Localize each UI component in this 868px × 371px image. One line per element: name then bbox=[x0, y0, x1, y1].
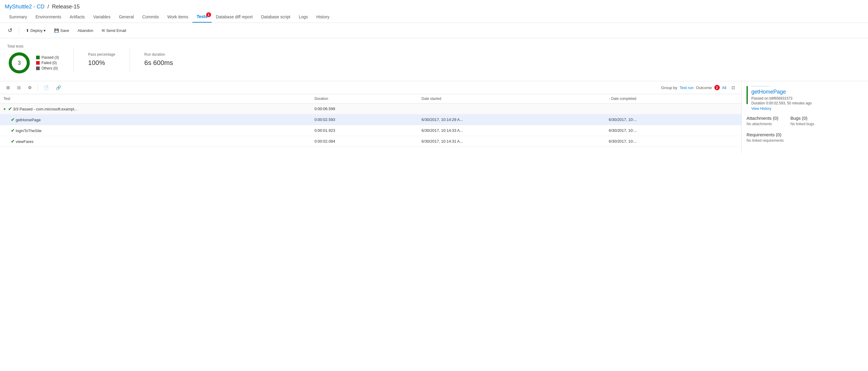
expand-icon[interactable]: ▾ bbox=[4, 107, 6, 111]
total-tests-block: Total tests 3 Passed (3) Failed (0) bbox=[7, 44, 59, 75]
group-duration: 0:00:06.599 bbox=[311, 104, 418, 114]
abandon-button[interactable]: Abandon bbox=[74, 27, 96, 35]
legend-passed-color bbox=[36, 56, 40, 59]
outcome-badge: 2 bbox=[714, 85, 720, 90]
page-header: MyShuttle2 - CD / Release-15 bbox=[0, 0, 868, 10]
settings-icon: ⚙ bbox=[28, 85, 32, 90]
main-toolbar: ↺ ⬆ Deploy ▾ 💾 Save Abandon ✉ Send Email bbox=[0, 23, 868, 38]
attachments-section: Attachments (0) No attachments bbox=[747, 116, 778, 126]
tab-logs[interactable]: Logs bbox=[294, 11, 312, 22]
requirements-section: Requirements (0) No linked requirements bbox=[747, 132, 863, 143]
tab-general[interactable]: General bbox=[115, 11, 138, 22]
table-row[interactable]: ✔ loginToTheSite 0:00:01.923 6/30/2017, … bbox=[0, 125, 741, 136]
test-table: Test Duration Date started ↑ Date comple… bbox=[0, 94, 741, 147]
tests-badge: 1 bbox=[206, 12, 211, 17]
stats-section: Total tests 3 Passed (3) Failed (0) bbox=[0, 38, 868, 81]
copy-button[interactable]: 📄 bbox=[41, 84, 52, 91]
test-date-started: 6/30/2017, 10:14:29 A... bbox=[418, 114, 605, 125]
group-by-label: Group by bbox=[661, 85, 677, 90]
deploy-button[interactable]: ⬆ Deploy ▾ bbox=[23, 27, 49, 35]
legend-passed: Passed (3) bbox=[36, 55, 59, 60]
tab-work-items[interactable]: Work items bbox=[163, 11, 192, 22]
test-check-icon: ✔ bbox=[11, 139, 15, 144]
expand-all-button[interactable]: ⊞ bbox=[4, 84, 12, 91]
split-view-button[interactable]: ⊡ bbox=[729, 84, 738, 91]
nav-tabs: Summary Environments Artifacts Variables… bbox=[0, 11, 868, 23]
release-name: Release-15 bbox=[52, 4, 80, 10]
tab-history[interactable]: History bbox=[312, 11, 334, 22]
refresh-button[interactable]: ↺ bbox=[5, 25, 16, 35]
attachments-title: Attachments (0) bbox=[747, 116, 778, 121]
outcome-value[interactable]: All bbox=[722, 85, 726, 90]
test-check-icon: ✔ bbox=[11, 128, 15, 133]
tab-variables[interactable]: Variables bbox=[89, 11, 115, 22]
test-duration: 0:00:02.084 bbox=[311, 136, 418, 147]
send-email-button[interactable]: ✉ Send Email bbox=[99, 27, 129, 35]
link-icon: 🔗 bbox=[56, 85, 61, 90]
table-row[interactable]: ✔ getHomePage 0:00:02.593 6/30/2017, 10:… bbox=[0, 114, 741, 125]
test-date-completed: 6/30/2017, 10:... bbox=[605, 136, 741, 147]
detail-status-bar bbox=[747, 86, 748, 104]
legend-others-label: Others (0) bbox=[41, 66, 58, 70]
deploy-chevron-icon: ▾ bbox=[43, 28, 46, 33]
tab-tests[interactable]: Tests 1 bbox=[192, 11, 212, 23]
legend-others-color bbox=[36, 66, 40, 70]
detail-dashes bbox=[751, 86, 769, 86]
legend-others: Others (0) bbox=[36, 66, 59, 70]
pass-percentage-value: 100% bbox=[88, 59, 115, 67]
test-duration: 0:00:01.923 bbox=[311, 125, 418, 136]
pass-percentage-block: Pass percentage 100% bbox=[88, 52, 115, 67]
detail-header: getHomePage Passed on b8f656831573 Durat… bbox=[747, 86, 863, 111]
header-separator: / bbox=[48, 4, 49, 10]
col-duration: Duration bbox=[311, 94, 418, 104]
tab-database-diff-report[interactable]: Database diff report bbox=[212, 11, 257, 22]
tab-artifacts[interactable]: Artifacts bbox=[66, 11, 89, 22]
test-date-started: 6/30/2017, 10:14:33 A... bbox=[418, 125, 605, 136]
bugs-title: Bugs (0) bbox=[790, 116, 814, 121]
tab-summary[interactable]: Summary bbox=[5, 11, 31, 22]
legend-failed: Failed (0) bbox=[36, 61, 59, 65]
save-button[interactable]: 💾 Save bbox=[51, 27, 72, 35]
run-duration-block: Run duration 6s 600ms bbox=[144, 52, 173, 67]
run-duration-value: 6s 600ms bbox=[144, 59, 173, 67]
group-date-completed bbox=[605, 104, 741, 114]
legend: Passed (3) Failed (0) Others (0) bbox=[36, 55, 59, 70]
bugs-section: Bugs (0) No linked bugs bbox=[790, 116, 814, 126]
view-history-link[interactable]: View History bbox=[751, 107, 771, 111]
tab-database-script[interactable]: Database script bbox=[257, 11, 294, 22]
detail-passed-on: Passed on b8f656831573 bbox=[751, 96, 812, 101]
col-date-completed: ↑ Date completed bbox=[605, 94, 741, 104]
save-icon: 💾 bbox=[54, 28, 59, 33]
legend-failed-color bbox=[36, 61, 40, 65]
requirements-empty: No linked requirements bbox=[747, 138, 863, 143]
legend-passed-label: Passed (3) bbox=[41, 55, 59, 60]
app-name[interactable]: MyShuttle2 - CD bbox=[5, 4, 44, 10]
detail-test-name[interactable]: getHomePage bbox=[751, 89, 812, 95]
deploy-icon: ⬆ bbox=[26, 28, 29, 33]
donut-chart: 3 bbox=[7, 51, 31, 75]
group-check-icon: ✔ bbox=[8, 106, 12, 111]
refresh-icon: ↺ bbox=[8, 27, 12, 34]
table-row[interactable]: ✔ viewFares 0:00:02.084 6/30/2017, 10:14… bbox=[0, 136, 741, 147]
group-by-section: Group by Test run Outcome 2 All ⊡ bbox=[661, 84, 738, 91]
group-by-value[interactable]: Test run bbox=[680, 85, 693, 90]
table-group-row[interactable]: ▾ ✔ 3/3 Passed - com.microsoft.exampl...… bbox=[0, 104, 741, 114]
run-duration-label: Run duration bbox=[144, 52, 173, 57]
collapse-all-button[interactable]: ⊟ bbox=[14, 84, 24, 91]
tab-commits[interactable]: Commits bbox=[138, 11, 163, 22]
table-header-row: Test Duration Date started ↑ Date comple… bbox=[0, 94, 741, 104]
detail-duration: Duration 0:00:02.593, 50 minutes ago bbox=[751, 101, 812, 105]
settings-button[interactable]: ⚙ bbox=[25, 84, 35, 91]
detail-info: getHomePage Passed on b8f656831573 Durat… bbox=[751, 86, 812, 111]
legend-failed-label: Failed (0) bbox=[41, 61, 57, 65]
table-panel: ⊞ ⊟ ⚙ 📄 🔗 Group by Test run Outcome 2 Al… bbox=[0, 81, 742, 153]
donut-container: 3 Passed (3) Failed (0) Others (0) bbox=[7, 51, 59, 75]
attachments-empty: No attachments bbox=[747, 122, 778, 126]
tab-environments[interactable]: Environments bbox=[31, 11, 66, 22]
detail-panel: getHomePage Passed on b8f656831573 Durat… bbox=[742, 81, 868, 153]
bugs-empty: No linked bugs bbox=[790, 122, 814, 126]
link-button[interactable]: 🔗 bbox=[53, 84, 64, 91]
test-date-started: 6/30/2017, 10:14:31 A... bbox=[418, 136, 605, 147]
sort-icon: ↑ bbox=[609, 97, 611, 101]
email-icon: ✉ bbox=[102, 28, 105, 33]
